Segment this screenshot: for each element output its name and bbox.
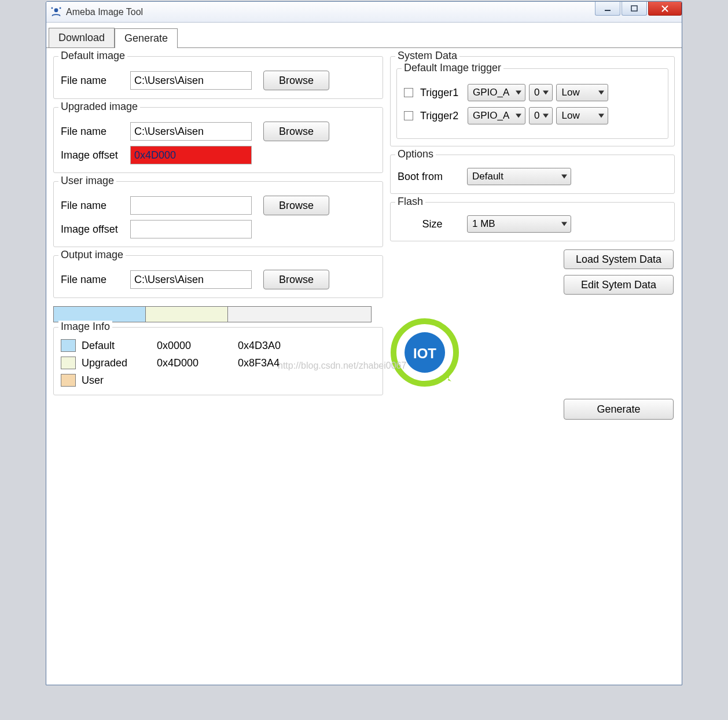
flash-size-select[interactable]: 1 MB (467, 215, 571, 233)
group-default-image-trigger: Default Image trigger Trigger1 GPIO_A 0 … (396, 68, 668, 139)
group-default-image: Default image File name Browse (53, 56, 383, 99)
group-flash: Flash Size 1 MB (390, 202, 675, 241)
legend-output-image: Output image (58, 249, 126, 261)
upgraded-file-input[interactable] (130, 122, 252, 141)
load-system-data-button[interactable]: Load System Data (564, 249, 674, 269)
legend-trigger: Default Image trigger (402, 62, 503, 74)
svg-rect-4 (631, 6, 637, 11)
upgraded-browse-button[interactable]: Browse (263, 122, 329, 141)
legend-upgraded-image: Upgraded image (58, 101, 140, 113)
svg-rect-2 (60, 7, 61, 8)
boot-from-select[interactable]: Default (467, 168, 571, 185)
tabstrip: Download Generate (46, 26, 682, 48)
window-title: Ameba Image Tool (66, 7, 143, 17)
user-offset-input[interactable] (130, 220, 252, 238)
legend-image-info: Image Info (58, 321, 112, 333)
legend-default-image: Default image (58, 50, 127, 62)
default-browse-button[interactable]: Browse (263, 71, 329, 90)
info-upgraded-start: 0x4D000 (157, 357, 238, 369)
user-offset-label: Image offset (61, 223, 130, 236)
swatch-user (61, 374, 76, 387)
memory-seg-upgraded (146, 307, 228, 322)
user-browse-button[interactable]: Browse (263, 196, 329, 215)
chevron-down-icon (543, 91, 549, 95)
trigger1-port-select[interactable]: GPIO_A (468, 84, 525, 101)
trigger1-level-select[interactable]: Low (556, 84, 608, 101)
close-button[interactable] (648, 2, 682, 16)
flash-size-label: Size (398, 218, 467, 230)
svg-rect-1 (52, 7, 53, 8)
tab-download[interactable]: Download (49, 28, 115, 47)
memory-seg-default (54, 307, 146, 322)
output-file-label: File name (61, 274, 130, 286)
group-options: Options Boot from Default (390, 155, 675, 194)
maximize-button[interactable] (622, 2, 647, 16)
info-default-start: 0x0000 (157, 340, 238, 352)
legend-system-data: System Data (395, 50, 459, 62)
app-icon (50, 6, 62, 19)
chevron-down-icon (516, 91, 521, 95)
default-file-input[interactable] (130, 71, 252, 90)
memory-seg-user (228, 307, 371, 322)
info-default-name: Default (82, 340, 157, 352)
swatch-default (61, 339, 76, 352)
legend-options: Options (395, 148, 436, 160)
minimize-button[interactable] (595, 2, 620, 16)
trigger1-checkbox[interactable] (404, 88, 413, 97)
output-browse-button[interactable]: Browse (263, 270, 329, 289)
upgraded-offset-input[interactable] (130, 146, 252, 164)
trigger2-checkbox[interactable] (404, 111, 413, 120)
content-area: http://blog.csdn.net/zhabei0067 Default … (46, 48, 682, 685)
upgraded-file-label: File name (61, 126, 130, 138)
memory-bar (53, 306, 372, 322)
chevron-down-icon (561, 222, 567, 226)
iot-logo-icon: IOT (390, 318, 459, 387)
trigger2-pin-select[interactable]: 0 (529, 107, 553, 124)
group-image-info: Image Info Default 0x0000 0x4D3A0 Upgrad… (53, 327, 383, 395)
chevron-down-icon (543, 114, 549, 118)
trigger1-pin-select[interactable]: 0 (529, 84, 553, 101)
group-upgraded-image: Upgraded image File name Browse Image of… (53, 107, 383, 173)
user-file-input[interactable] (130, 196, 252, 215)
trigger2-label: Trigger2 (420, 110, 464, 122)
group-output-image: Output image File name Browse (53, 255, 383, 298)
titlebar: Ameba Image Tool (46, 2, 682, 23)
legend-user-image: User image (58, 175, 116, 187)
info-upgraded-name: Upgraded (82, 357, 157, 369)
info-default-end: 0x4D3A0 (238, 340, 319, 352)
trigger2-port-select[interactable]: GPIO_A (468, 107, 525, 124)
chevron-down-icon (516, 114, 521, 118)
upgraded-offset-label: Image offset (61, 149, 130, 161)
group-user-image: User image File name Browse Image offset (53, 181, 383, 247)
info-upgraded-end: 0x8F3A4 (238, 357, 319, 369)
app-window: Ameba Image Tool Download Generate http:… (46, 1, 682, 685)
swatch-upgraded (61, 357, 76, 369)
info-user-name: User (82, 374, 157, 387)
generate-button[interactable]: Generate (564, 399, 674, 420)
svg-rect-3 (605, 10, 611, 11)
tab-generate[interactable]: Generate (115, 28, 178, 48)
chevron-down-icon (598, 91, 604, 95)
svg-point-0 (54, 8, 58, 12)
chevron-down-icon (561, 175, 567, 179)
trigger1-label: Trigger1 (420, 87, 464, 99)
legend-flash: Flash (395, 196, 425, 208)
svg-text:IOT: IOT (413, 346, 436, 361)
output-file-input[interactable] (130, 270, 252, 289)
trigger2-level-select[interactable]: Low (556, 107, 608, 124)
edit-system-data-button[interactable]: Edit Sytem Data (564, 275, 674, 295)
default-file-label: File name (61, 75, 130, 87)
user-file-label: File name (61, 200, 130, 212)
group-system-data: System Data Default Image trigger Trigge… (390, 56, 675, 146)
chevron-down-icon (598, 114, 604, 118)
boot-from-label: Boot from (398, 171, 467, 183)
